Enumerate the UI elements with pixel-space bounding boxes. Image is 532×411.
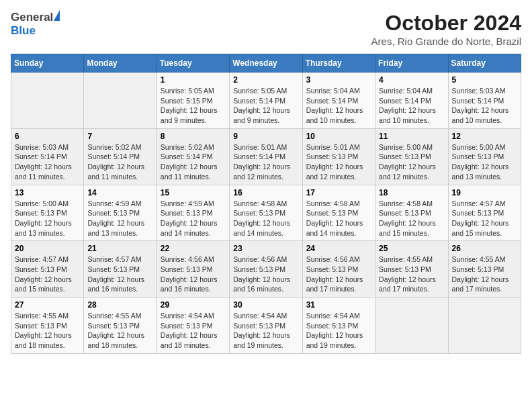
day-info: Sunrise: 5:00 AM Sunset: 5:13 PM Dayligh… xyxy=(379,142,444,182)
calendar-week-row: 1Sunrise: 5:05 AM Sunset: 5:15 PM Daylig… xyxy=(11,73,521,129)
weekday-header-thursday: Thursday xyxy=(302,54,375,73)
title-section: October 2024 Ares, Rio Grande do Norte, … xyxy=(371,11,521,47)
calendar-cell: 24Sunrise: 4:56 AM Sunset: 5:13 PM Dayli… xyxy=(302,241,375,298)
day-info: Sunrise: 5:01 AM Sunset: 5:14 PM Dayligh… xyxy=(233,142,298,182)
logo-blue-text: Blue xyxy=(11,24,36,37)
day-number: 18 xyxy=(379,188,444,197)
day-info: Sunrise: 4:55 AM Sunset: 5:13 PM Dayligh… xyxy=(452,255,517,294)
calendar-cell: 8Sunrise: 5:02 AM Sunset: 5:14 PM Daylig… xyxy=(157,128,229,185)
day-info: Sunrise: 4:58 AM Sunset: 5:13 PM Dayligh… xyxy=(379,199,444,238)
calendar-cell: 29Sunrise: 4:54 AM Sunset: 5:13 PM Dayli… xyxy=(157,298,229,354)
day-number: 2 xyxy=(233,75,298,85)
day-number: 3 xyxy=(306,75,371,85)
day-number: 16 xyxy=(233,188,298,197)
calendar-table: SundayMondayTuesdayWednesdayThursdayFrid… xyxy=(11,54,521,354)
day-info: Sunrise: 5:04 AM Sunset: 5:14 PM Dayligh… xyxy=(306,86,371,126)
day-info: Sunrise: 4:57 AM Sunset: 5:13 PM Dayligh… xyxy=(452,199,517,238)
calendar-cell: 6Sunrise: 5:03 AM Sunset: 5:14 PM Daylig… xyxy=(11,128,84,185)
day-info: Sunrise: 4:56 AM Sunset: 5:13 PM Dayligh… xyxy=(161,255,226,294)
logo-triangle-icon xyxy=(54,10,60,21)
calendar-cell: 18Sunrise: 4:58 AM Sunset: 5:13 PM Dayli… xyxy=(375,185,448,241)
weekday-header-wednesday: Wednesday xyxy=(230,54,302,73)
day-number: 11 xyxy=(379,132,444,141)
calendar-cell: 12Sunrise: 5:00 AM Sunset: 5:13 PM Dayli… xyxy=(448,128,521,185)
day-info: Sunrise: 4:54 AM Sunset: 5:13 PM Dayligh… xyxy=(233,311,298,351)
day-number: 25 xyxy=(379,244,444,253)
calendar-cell: 3Sunrise: 5:04 AM Sunset: 5:14 PM Daylig… xyxy=(302,73,375,129)
day-number: 21 xyxy=(87,244,152,253)
page-subtitle: Ares, Rio Grande do Norte, Brazil xyxy=(371,36,521,47)
day-number: 6 xyxy=(15,132,80,141)
day-number: 30 xyxy=(233,300,298,310)
day-info: Sunrise: 4:58 AM Sunset: 5:13 PM Dayligh… xyxy=(306,199,371,238)
calendar-cell: 11Sunrise: 5:00 AM Sunset: 5:13 PM Dayli… xyxy=(375,128,448,185)
day-number: 22 xyxy=(161,244,226,253)
calendar-cell: 22Sunrise: 4:56 AM Sunset: 5:13 PM Dayli… xyxy=(157,241,229,298)
calendar-week-row: 6Sunrise: 5:03 AM Sunset: 5:14 PM Daylig… xyxy=(11,128,521,185)
calendar-cell: 16Sunrise: 4:58 AM Sunset: 5:13 PM Dayli… xyxy=(230,185,302,241)
calendar-cell: 15Sunrise: 4:59 AM Sunset: 5:13 PM Dayli… xyxy=(157,185,229,241)
calendar-cell: 23Sunrise: 4:56 AM Sunset: 5:13 PM Dayli… xyxy=(230,241,302,298)
calendar-cell: 30Sunrise: 4:54 AM Sunset: 5:13 PM Dayli… xyxy=(230,298,302,354)
calendar-cell: 9Sunrise: 5:01 AM Sunset: 5:14 PM Daylig… xyxy=(230,128,302,185)
day-number: 23 xyxy=(233,244,298,253)
day-info: Sunrise: 4:57 AM Sunset: 5:13 PM Dayligh… xyxy=(15,255,80,294)
day-number: 19 xyxy=(452,188,517,197)
day-number: 10 xyxy=(306,132,371,141)
calendar-cell xyxy=(375,298,448,354)
calendar-week-row: 20Sunrise: 4:57 AM Sunset: 5:13 PM Dayli… xyxy=(11,241,521,298)
day-info: Sunrise: 4:54 AM Sunset: 5:13 PM Dayligh… xyxy=(306,311,371,351)
day-number: 5 xyxy=(452,75,517,85)
day-number: 14 xyxy=(87,188,152,197)
day-number: 29 xyxy=(161,300,226,310)
calendar-cell: 13Sunrise: 5:00 AM Sunset: 5:13 PM Dayli… xyxy=(11,185,84,241)
calendar-cell: 27Sunrise: 4:55 AM Sunset: 5:13 PM Dayli… xyxy=(11,298,84,354)
logo-general-text: General xyxy=(11,11,53,24)
day-info: Sunrise: 4:55 AM Sunset: 5:13 PM Dayligh… xyxy=(379,255,444,294)
weekday-header-monday: Monday xyxy=(84,54,157,73)
day-info: Sunrise: 5:02 AM Sunset: 5:14 PM Dayligh… xyxy=(87,142,152,182)
calendar-cell xyxy=(11,73,84,129)
day-info: Sunrise: 4:59 AM Sunset: 5:13 PM Dayligh… xyxy=(87,199,152,238)
day-info: Sunrise: 4:59 AM Sunset: 5:13 PM Dayligh… xyxy=(161,199,226,238)
day-number: 15 xyxy=(161,188,226,197)
calendar-cell: 10Sunrise: 5:01 AM Sunset: 5:13 PM Dayli… xyxy=(302,128,375,185)
day-info: Sunrise: 4:56 AM Sunset: 5:13 PM Dayligh… xyxy=(306,255,371,294)
day-info: Sunrise: 5:00 AM Sunset: 5:13 PM Dayligh… xyxy=(15,199,80,238)
day-info: Sunrise: 5:02 AM Sunset: 5:14 PM Dayligh… xyxy=(161,142,226,182)
day-info: Sunrise: 5:03 AM Sunset: 5:14 PM Dayligh… xyxy=(15,142,80,182)
day-info: Sunrise: 4:58 AM Sunset: 5:13 PM Dayligh… xyxy=(233,199,298,238)
calendar-week-row: 27Sunrise: 4:55 AM Sunset: 5:13 PM Dayli… xyxy=(11,298,521,354)
calendar-cell: 5Sunrise: 5:03 AM Sunset: 5:14 PM Daylig… xyxy=(448,73,521,129)
calendar-cell: 28Sunrise: 4:55 AM Sunset: 5:13 PM Dayli… xyxy=(84,298,157,354)
calendar-cell: 7Sunrise: 5:02 AM Sunset: 5:14 PM Daylig… xyxy=(84,128,157,185)
calendar-header-row: SundayMondayTuesdayWednesdayThursdayFrid… xyxy=(11,54,521,73)
day-number: 4 xyxy=(379,75,444,85)
calendar-cell xyxy=(448,298,521,354)
day-info: Sunrise: 5:05 AM Sunset: 5:15 PM Dayligh… xyxy=(161,86,226,126)
day-number: 17 xyxy=(306,188,371,197)
calendar-cell: 1Sunrise: 5:05 AM Sunset: 5:15 PM Daylig… xyxy=(157,73,229,129)
day-info: Sunrise: 5:01 AM Sunset: 5:13 PM Dayligh… xyxy=(306,142,371,182)
calendar-cell xyxy=(84,73,157,129)
day-info: Sunrise: 4:55 AM Sunset: 5:13 PM Dayligh… xyxy=(15,311,80,351)
calendar-cell: 25Sunrise: 4:55 AM Sunset: 5:13 PM Dayli… xyxy=(375,241,448,298)
weekday-header-friday: Friday xyxy=(375,54,448,73)
day-number: 20 xyxy=(15,244,80,253)
calendar-cell: 26Sunrise: 4:55 AM Sunset: 5:13 PM Dayli… xyxy=(448,241,521,298)
day-number: 12 xyxy=(452,132,517,141)
logo: General Blue xyxy=(11,11,60,38)
calendar-cell: 2Sunrise: 5:05 AM Sunset: 5:14 PM Daylig… xyxy=(230,73,302,129)
day-number: 8 xyxy=(161,132,226,141)
header: General Blue October 2024 Ares, Rio Gran… xyxy=(11,11,521,47)
day-number: 24 xyxy=(306,244,371,253)
calendar-cell: 31Sunrise: 4:54 AM Sunset: 5:13 PM Dayli… xyxy=(302,298,375,354)
calendar-cell: 20Sunrise: 4:57 AM Sunset: 5:13 PM Dayli… xyxy=(11,241,84,298)
page-title: October 2024 xyxy=(371,11,521,36)
calendar-cell: 21Sunrise: 4:57 AM Sunset: 5:13 PM Dayli… xyxy=(84,241,157,298)
calendar-cell: 4Sunrise: 5:04 AM Sunset: 5:14 PM Daylig… xyxy=(375,73,448,129)
weekday-header-sunday: Sunday xyxy=(11,54,84,73)
day-number: 1 xyxy=(161,75,226,85)
calendar-week-row: 13Sunrise: 5:00 AM Sunset: 5:13 PM Dayli… xyxy=(11,185,521,241)
day-info: Sunrise: 5:05 AM Sunset: 5:14 PM Dayligh… xyxy=(233,86,298,126)
